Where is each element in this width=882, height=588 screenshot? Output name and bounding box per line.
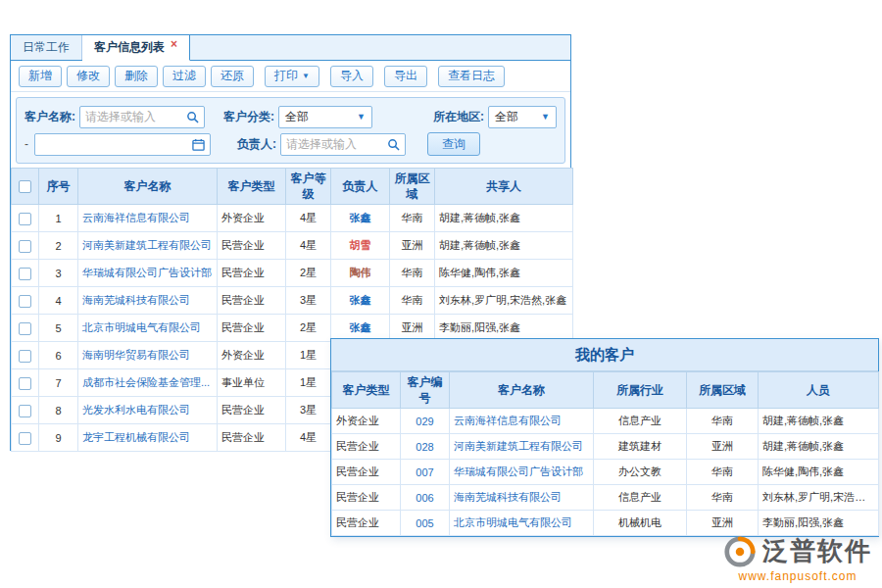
customer-row[interactable]: 3 华瑞城有限公司广告设计部 民营企业 2星 陶伟 华南 陈华健,陶伟,张鑫 xyxy=(12,260,573,287)
region-filter-select[interactable]: 全部 ▼ xyxy=(488,106,557,128)
print-button-label: 打印 xyxy=(274,68,298,84)
customer-name-link[interactable]: 成都市社会保险基金管理... xyxy=(82,376,210,388)
select-all-checkbox[interactable] xyxy=(19,180,31,193)
view-log-button[interactable]: 查看日志 xyxy=(438,66,505,87)
cell-level: 1星 xyxy=(286,342,331,369)
export-button[interactable]: 导出 xyxy=(384,66,427,87)
filter-button[interactable]: 过滤 xyxy=(163,66,206,87)
cell-level: 4星 xyxy=(286,424,331,452)
customer-name-link[interactable]: 龙宇工程机械有限公司 xyxy=(82,431,190,443)
customer-name-link[interactable]: 海南明华贸易有限公司 xyxy=(82,349,190,361)
header-customer-name: 客户名称 xyxy=(78,169,218,205)
customer-row[interactable]: 4 海南芜城科技有限公司 民营企业 3星 张鑫 华南 刘东林,罗广明,宋浩然,张… xyxy=(12,287,573,315)
cell-region: 亚洲 xyxy=(390,232,435,260)
owner-input[interactable] xyxy=(286,137,387,151)
my-customer-row[interactable]: 外资企业 029 云南海祥信息有限公司 信息产业 华南 胡建,蒋德帧,张鑫 xyxy=(332,409,879,434)
customer-name-link[interactable]: 北京市明城电气有限公司 xyxy=(454,516,572,528)
customer-name-link[interactable]: 华瑞城有限公司广告设计部 xyxy=(82,267,212,278)
row-checkbox[interactable] xyxy=(19,432,31,445)
checkbox-cell xyxy=(12,315,39,342)
customer-name-input-wrap xyxy=(79,106,205,128)
filter-panel: 客户名称: 客户分类: 全部 ▼ 所在地区: 全部 ▼ - xyxy=(16,97,565,164)
customer-code-link[interactable]: 028 xyxy=(416,441,433,453)
owner-link[interactable]: 胡雪 xyxy=(350,239,371,251)
cell-customer-type: 民营企业 xyxy=(218,260,286,287)
owner-link[interactable]: 陶伟 xyxy=(350,267,371,278)
row-checkbox[interactable] xyxy=(19,350,31,363)
customer-row[interactable]: 1 云南海祥信息有限公司 外资企业 4星 张鑫 华南 胡建,蒋德帧,张鑫 xyxy=(12,205,573,232)
fanpu-logo: 泛普软件 www.fanpusoft.com xyxy=(723,534,872,583)
cell-index: 3 xyxy=(39,260,78,287)
cell-region: 华南 xyxy=(687,409,759,434)
search-icon[interactable] xyxy=(186,111,199,123)
restore-button[interactable]: 还原 xyxy=(211,66,254,87)
owner-link[interactable]: 张鑫 xyxy=(350,321,371,333)
cell-region: 华南 xyxy=(390,260,435,287)
customer-name-link[interactable]: 河南美新建筑工程有限公司 xyxy=(454,440,583,452)
row-checkbox[interactable] xyxy=(19,377,31,390)
cell-level: 4星 xyxy=(286,232,331,260)
chevron-down-icon: ▼ xyxy=(302,72,310,80)
customer-name-link[interactable]: 光发水利水电有限公司 xyxy=(82,404,190,416)
cell-shared: 刘东林,罗广明,宋浩然,张鑫 xyxy=(435,287,573,315)
checkbox-cell xyxy=(12,397,39,424)
cell-shared: 陈华健,陶伟,张鑫 xyxy=(435,260,573,287)
header-industry: 所属行业 xyxy=(594,372,687,409)
cell-level: 1星 xyxy=(286,369,331,397)
customer-name-link[interactable]: 云南海祥信息有限公司 xyxy=(454,415,562,426)
edit-button[interactable]: 修改 xyxy=(67,66,110,87)
cell-index: 8 xyxy=(39,397,78,424)
date-input[interactable] xyxy=(40,137,192,151)
print-button[interactable]: 打印 ▼ xyxy=(265,66,319,87)
customer-row[interactable]: 2 河南美新建筑工程有限公司 民营企业 4星 胡雪 亚洲 胡建,蒋德帧,张鑫 xyxy=(12,232,573,260)
cell-index: 4 xyxy=(39,287,78,315)
owner-link[interactable]: 张鑫 xyxy=(350,212,371,223)
cell-customer-type: 民营企业 xyxy=(218,232,286,260)
customer-name-link[interactable]: 北京市明城电气有限公司 xyxy=(82,321,201,333)
tab-customer-list[interactable]: 客户信息列表 × xyxy=(82,35,190,61)
customer-name-link[interactable]: 河南美新建筑工程有限公司 xyxy=(82,239,212,251)
row-checkbox[interactable] xyxy=(19,213,31,225)
row-checkbox[interactable] xyxy=(19,268,31,280)
customer-code-link[interactable]: 006 xyxy=(416,492,433,504)
add-button[interactable]: 新增 xyxy=(19,66,62,87)
my-customer-row[interactable]: 民营企业 028 河南美新建筑工程有限公司 建筑建材 亚洲 胡建,蒋德帧,张鑫 xyxy=(332,434,879,460)
row-checkbox[interactable] xyxy=(19,240,31,253)
my-customer-row[interactable]: 民营企业 005 北京市明城电气有限公司 机械机电 亚洲 李勤丽,阳强,张鑫 xyxy=(332,511,879,536)
customer-code-link[interactable]: 029 xyxy=(416,416,433,427)
cell-shared: 胡建,蒋德帧,张鑫 xyxy=(435,205,573,232)
cell-index: 7 xyxy=(39,369,78,397)
close-icon[interactable]: × xyxy=(171,38,177,50)
cell-owner: 张鑫 xyxy=(331,287,390,315)
cell-staff: 刘东林,罗广明,宋浩然,张鑫 xyxy=(759,485,879,511)
row-checkbox[interactable] xyxy=(19,322,31,335)
tab-daily-work[interactable]: 日常工作 xyxy=(11,35,82,60)
cell-type: 民营企业 xyxy=(332,485,401,511)
my-customer-row[interactable]: 民营企业 006 海南芜城科技有限公司 信息产业 华南 刘东林,罗广明,宋浩然,… xyxy=(332,485,879,511)
customer-name-link[interactable]: 华瑞城有限公司广告设计部 xyxy=(454,466,583,477)
cell-region: 亚洲 xyxy=(687,434,759,460)
delete-button[interactable]: 删除 xyxy=(115,66,158,87)
owner-link[interactable]: 张鑫 xyxy=(350,294,371,306)
customer-code-link[interactable]: 005 xyxy=(416,517,433,529)
customer-name-link[interactable]: 海南芜城科技有限公司 xyxy=(82,294,190,306)
header-customer-level: 客户等级 xyxy=(286,169,331,205)
customer-name-link[interactable]: 海南芜城科技有限公司 xyxy=(454,491,562,503)
customer-category-select[interactable]: 全部 ▼ xyxy=(278,106,372,128)
cell-customer-name: 华瑞城有限公司广告设计部 xyxy=(78,260,218,287)
cell-code: 029 xyxy=(401,409,450,434)
query-button[interactable]: 查询 xyxy=(427,132,480,156)
row-checkbox[interactable] xyxy=(19,405,31,417)
row-checkbox[interactable] xyxy=(19,295,31,308)
import-button[interactable]: 导入 xyxy=(330,66,373,87)
customer-table-header-row: 序号 客户名称 客户类型 客户等级 负责人 所属区域 共享人 xyxy=(12,169,573,205)
search-icon[interactable] xyxy=(387,138,400,151)
tab-customer-list-label: 客户信息列表 xyxy=(94,39,165,56)
filter-row-2: - 负责人: 查询 xyxy=(24,130,557,158)
customer-name-link[interactable]: 云南海祥信息有限公司 xyxy=(82,212,190,223)
customer-name-input[interactable] xyxy=(85,110,186,123)
my-customers-table: 客户类型 客户编号 客户名称 所属行业 所属区域 人员 外资企业 029 云南海… xyxy=(331,371,879,536)
calendar-icon[interactable] xyxy=(192,138,205,151)
my-customer-row[interactable]: 民营企业 007 华瑞城有限公司广告设计部 办公文教 华南 陈华健,陶伟,张鑫 xyxy=(332,460,879,485)
customer-code-link[interactable]: 007 xyxy=(416,466,433,478)
